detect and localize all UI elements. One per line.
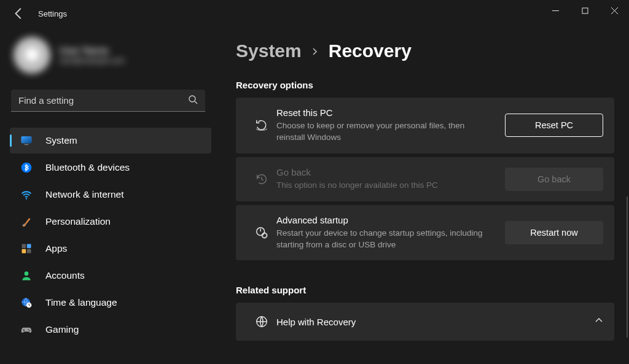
svg-point-4	[189, 96, 195, 102]
sidebar-item-network[interactable]: Network & internet	[10, 182, 211, 207]
person-icon	[20, 269, 33, 282]
titlebar: Settings	[0, 0, 629, 27]
card-desc: This option is no longer available on th…	[276, 180, 495, 192]
chevron-up-icon	[595, 316, 603, 327]
sidebar-item-accounts[interactable]: Accounts	[10, 263, 211, 288]
svg-rect-1	[582, 8, 588, 14]
arrow-left-icon	[12, 7, 26, 20]
card-title: Advanced startup	[276, 215, 495, 225]
app-title: Settings	[38, 9, 67, 18]
back-button[interactable]	[12, 7, 26, 20]
svg-line-5	[195, 101, 197, 104]
minimize-button[interactable]	[541, 0, 570, 21]
maximize-button[interactable]	[570, 0, 600, 21]
sidebar-item-apps[interactable]: Apps	[10, 236, 211, 261]
chevron-right-icon	[311, 45, 319, 58]
window-controls	[541, 0, 629, 21]
expander-title: Help with Recovery	[276, 317, 356, 327]
section-recovery-options: Recovery options	[236, 80, 614, 90]
breadcrumb-root[interactable]: System	[236, 41, 302, 61]
sidebar-item-label: Time & language	[45, 297, 117, 308]
avatar	[14, 37, 50, 74]
sidebar-item-bluetooth[interactable]: Bluetooth & devices	[10, 155, 211, 180]
nav: System Bluetooth & devices Network & int…	[0, 128, 216, 343]
search-box[interactable]	[11, 90, 205, 112]
svg-rect-14	[27, 249, 31, 254]
power-gear-icon	[247, 226, 276, 239]
profile-email: user@example.com	[59, 56, 125, 65]
card-desc: Restart your device to change startup se…	[276, 228, 495, 251]
bluetooth-icon	[20, 161, 33, 174]
svg-rect-11	[22, 244, 26, 249]
reset-icon	[247, 118, 276, 132]
apps-icon	[20, 242, 33, 255]
sidebar-item-label: System	[45, 135, 77, 146]
svg-point-18	[28, 329, 29, 330]
sidebar-item-system[interactable]: System	[10, 128, 211, 153]
breadcrumb-leaf: Recovery	[329, 41, 412, 61]
help-globe-icon	[247, 315, 276, 328]
section-related-support: Related support	[236, 285, 614, 295]
reset-pc-button[interactable]: Reset PC	[505, 114, 603, 137]
card-title: Go back	[276, 167, 495, 177]
profile-name: User Name	[59, 45, 125, 56]
paintbrush-icon	[20, 215, 33, 228]
sidebar-item-time-language[interactable]: Time & language	[10, 290, 211, 316]
card-desc: Choose to keep or remove your personal f…	[276, 120, 495, 144]
card-reset-pc: Reset this PC Choose to keep or remove y…	[236, 98, 614, 153]
gamepad-icon	[20, 323, 33, 336]
svg-rect-13	[22, 249, 26, 254]
search-input[interactable]	[18, 95, 188, 106]
maximize-icon	[582, 7, 588, 14]
history-icon	[247, 172, 276, 186]
sidebar-item-label: Accounts	[45, 270, 85, 281]
wifi-icon	[20, 188, 33, 201]
svg-rect-8	[25, 144, 29, 145]
sidebar-item-label: Apps	[45, 243, 67, 254]
svg-point-19	[29, 330, 30, 331]
search-icon	[188, 95, 198, 107]
svg-rect-7	[21, 136, 32, 143]
svg-point-10	[26, 198, 27, 199]
svg-point-15	[25, 271, 29, 276]
scrollbar[interactable]	[627, 196, 628, 338]
restart-now-button[interactable]: Restart now	[505, 221, 603, 244]
sidebar: User Name user@example.com System Bl	[0, 27, 216, 364]
globe-clock-icon	[20, 296, 33, 309]
sidebar-item-gaming[interactable]: Gaming	[10, 317, 211, 343]
sidebar-item-personalization[interactable]: Personalization	[10, 209, 211, 234]
help-with-recovery-row[interactable]: Help with Recovery	[236, 303, 614, 341]
close-button[interactable]	[600, 0, 629, 21]
card-title: Reset this PC	[276, 107, 495, 118]
profile[interactable]: User Name user@example.com	[0, 32, 216, 79]
svg-rect-12	[27, 244, 31, 249]
sidebar-item-label: Bluetooth & devices	[45, 162, 130, 173]
go-back-button: Go back	[505, 168, 603, 191]
card-go-back: Go back This option is no longer availab…	[236, 157, 614, 201]
card-advanced-startup: Advanced startup Restart your device to …	[236, 205, 614, 261]
close-icon	[611, 7, 618, 14]
breadcrumb: System Recovery	[236, 41, 614, 61]
profile-text: User Name user@example.com	[59, 45, 125, 65]
sidebar-item-label: Personalization	[45, 216, 111, 227]
minimize-icon	[552, 7, 559, 14]
main-content: System Recovery Recovery options Reset t…	[216, 27, 629, 364]
system-icon	[20, 134, 33, 147]
sidebar-item-label: Network & internet	[45, 189, 124, 200]
sidebar-item-label: Gaming	[45, 324, 79, 335]
